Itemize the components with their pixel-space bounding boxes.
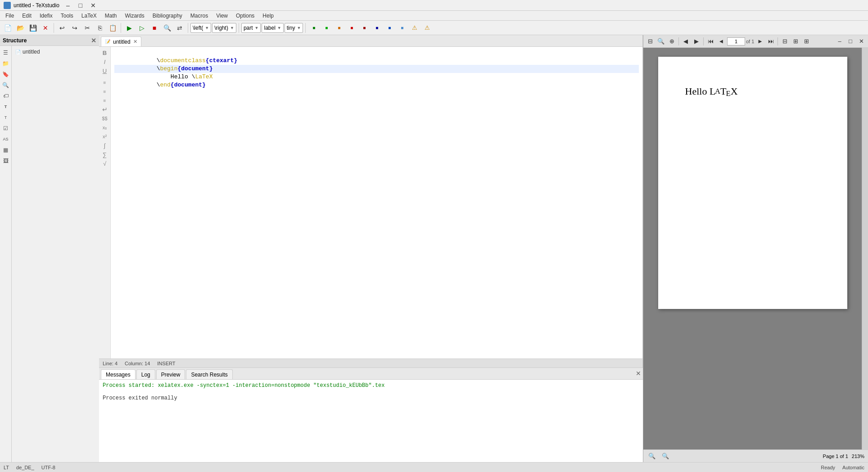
label-dropdown[interactable]: label ▼ [262,23,283,33]
symbol-bold[interactable]: B [103,49,107,57]
preview-prev-page-button[interactable]: ◄ [716,36,726,46]
preview-search-button[interactable]: 🔍 [656,36,666,46]
menu-bibliography[interactable]: Bibliography [149,12,186,20]
right-bracket-dropdown[interactable]: \right) ▼ [212,23,236,33]
preview-scrollbar[interactable] [862,48,868,449]
copy-button[interactable]: ⎘ [94,22,106,34]
bottom-tab-log[interactable]: Log [136,369,155,379]
sidebar-icon-text[interactable]: T [1,102,11,112]
page-number-input[interactable] [727,37,745,45]
preview-fwd-button[interactable]: ▶ [692,36,701,46]
sidebar-icon-picture[interactable]: 🖼 [1,156,11,166]
preview-restore-button[interactable]: □ [845,36,855,46]
sidebar-icon-tag[interactable]: 🏷 [1,91,11,101]
format-btn-7[interactable]: ■ [384,22,395,34]
preview-fit-button[interactable]: ⊟ [645,36,655,46]
sidebar-icon-open[interactable]: 📁 [1,59,11,68]
replace-button[interactable]: ⇄ [174,22,185,34]
preview-zoom-fit-button[interactable]: ⊞ [801,36,811,46]
bottom-panel-close[interactable]: ✕ [636,370,641,377]
close-doc-button[interactable]: ✕ [40,22,51,34]
symbol-sqrt[interactable]: √ [103,159,106,168]
sidebar-icon-t2[interactable]: T [1,113,11,123]
sidebar-icon-grid[interactable]: ▦ [1,145,11,155]
symbol-subscript[interactable]: x₂ [103,123,107,132]
tab-close-button[interactable]: ✕ [133,39,137,45]
preview-next-page-button[interactable]: ► [755,36,765,46]
left-bracket-dropdown[interactable]: \left( ▼ [190,23,211,33]
format-btn-8[interactable]: ■ [396,22,408,34]
undo-button[interactable]: ↩ [56,22,68,34]
menu-idefix[interactable]: Idefix [36,12,56,20]
tree-item-untitled[interactable]: 📄 untitled [14,48,97,56]
bottom-tab-bar: Messages Log Preview Search Results ✕ [99,368,643,380]
menu-edit[interactable]: Edit [18,12,35,20]
structure-close-button[interactable]: ✕ [91,37,96,44]
sidebar-icon-check[interactable]: ☑ [1,123,11,133]
open-button[interactable]: 📂 [14,22,26,34]
symbol-align-left[interactable]: ≡ [104,78,106,86]
menu-file[interactable]: File [2,12,18,20]
menu-view[interactable]: View [212,12,231,20]
size-dropdown[interactable]: tiny ▼ [285,23,303,33]
preview-back-button[interactable]: ◀ [681,36,691,46]
pdf-text-content: Hello LATEX [685,84,820,100]
symbol-integral[interactable]: ∫ [104,141,106,150]
symbol-sum[interactable]: ∑ [103,150,107,159]
save-button[interactable]: 💾 [27,22,39,34]
code-editor[interactable]: \documentclass{ctexart} \begin{document}… [111,47,642,359]
preview-zoom-out-button[interactable]: ⊟ [780,36,790,46]
search-button[interactable]: 🔍 [161,22,173,34]
sidebar-icon-as[interactable]: AS [1,134,11,144]
preview-minimize-button[interactable]: – [835,36,845,46]
preview-last-page-button[interactable]: ⏭ [766,36,776,46]
menu-options[interactable]: Options [232,12,258,20]
maximize-button[interactable]: □ [75,1,86,10]
new-button[interactable]: 📄 [2,22,14,34]
part-dropdown[interactable]: part ▼ [241,23,261,33]
preview-close-button[interactable]: ✕ [856,36,866,46]
close-button[interactable]: ✕ [87,1,99,10]
editor-tab-untitled[interactable]: 📝 untitled ✕ [101,36,141,46]
symbol-align-center[interactable]: ≡ [104,87,106,95]
format-btn-5[interactable]: ■ [358,22,370,34]
run-button[interactable]: ▷ [136,22,148,34]
menu-wizards[interactable]: Wizards [121,12,148,20]
menu-latex[interactable]: LaTeX [78,12,100,20]
menu-macros[interactable]: Macros [187,12,212,20]
menu-help[interactable]: Help [259,12,277,20]
symbol-italic[interactable]: I [104,58,106,66]
format-btn-1[interactable]: ■ [308,22,320,34]
symbol-align-right[interactable]: ≡ [104,96,106,104]
preview-content[interactable]: Hello LATEX [643,48,862,449]
symbol-superscript[interactable]: x² [103,132,107,141]
format-btn-3[interactable]: ■ [333,22,345,34]
warning-btn-1[interactable]: ⚠ [409,22,420,34]
minimize-button[interactable]: – [62,1,74,10]
symbol-underline[interactable]: U [103,67,107,75]
sidebar-icon-bookmark[interactable]: 🔖 [1,69,11,79]
preview-bottom-btn-2[interactable]: 🔍 [660,451,670,461]
preview-sync-button[interactable]: ⊕ [667,36,677,46]
stop-button[interactable]: ■ [149,22,160,34]
bottom-tab-preview[interactable]: Preview [156,369,185,379]
menu-math[interactable]: Math [101,12,121,20]
menu-tools[interactable]: Tools [57,12,77,20]
bottom-tab-search-results[interactable]: Search Results [186,369,232,379]
cut-button[interactable]: ✂ [81,22,93,34]
preview-zoom-in-button[interactable]: ⊞ [791,36,800,46]
warning-btn-2[interactable]: ⚠ [421,22,433,34]
format-btn-2[interactable]: ■ [321,22,332,34]
sidebar-icon-list[interactable]: ☰ [1,48,11,58]
format-btn-6[interactable]: ■ [371,22,383,34]
sidebar-icon-search[interactable]: 🔍 [1,80,11,90]
redo-button[interactable]: ↪ [69,22,81,34]
paste-button[interactable]: 📋 [107,22,118,34]
symbol-dollar-dollar[interactable]: $$ [102,114,107,123]
bottom-tab-messages[interactable]: Messages [101,369,136,379]
preview-bottom-btn-1[interactable]: 🔍 [647,451,657,461]
format-btn-4[interactable]: ■ [346,22,357,34]
symbol-return[interactable]: ↵ [102,105,108,113]
preview-first-page-button[interactable]: ⏮ [705,36,715,46]
compile-button[interactable]: ▶ [123,22,135,34]
